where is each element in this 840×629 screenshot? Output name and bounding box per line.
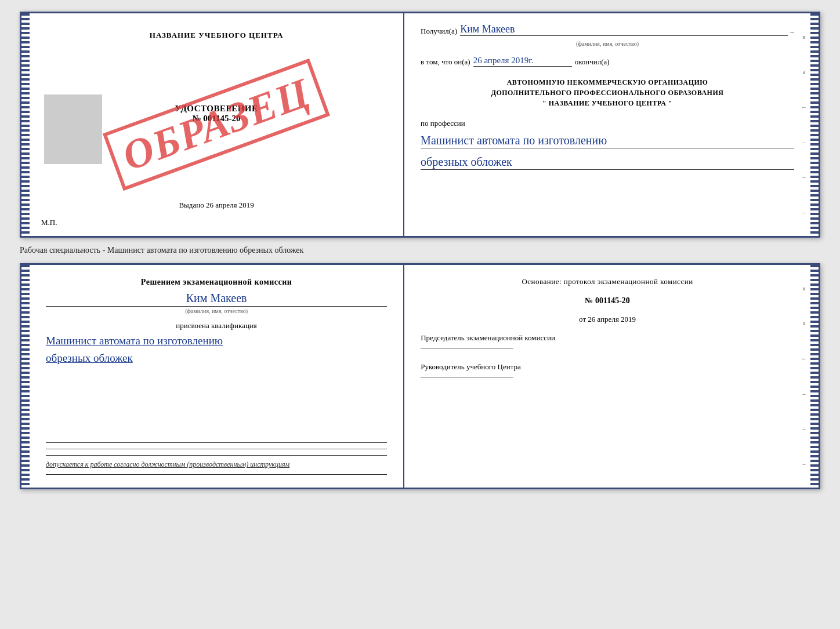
- cert-mp: М.П.: [41, 218, 57, 227]
- bl-qualification2: обрезных обложек: [46, 351, 387, 366]
- line1: [46, 442, 387, 443]
- cert-right-panel: Получил(а) Ким Макеев – (фамилия, имя, о…: [404, 13, 810, 236]
- top-certificate: НАЗВАНИЕ УЧЕБНОГО ЦЕНТРА УДОСТОВЕРЕНИЕ №…: [20, 12, 820, 238]
- profession-value1: Машинист автомата по изготовлению: [421, 133, 794, 148]
- vudano-date: 26 апреля 2019: [206, 201, 254, 209]
- cert-udostoverenie-label: УДОСТОВЕРЕНИЕ: [175, 104, 258, 114]
- rukovoditel-sig-line: [421, 377, 513, 377]
- br-edge-6: –: [803, 461, 806, 467]
- line3: [46, 455, 387, 456]
- okoncil-label: окончил(а): [575, 57, 610, 67]
- bottom-left-border: [21, 265, 30, 488]
- bottom-right-border-pattern: [810, 265, 819, 488]
- br-number: № 001145-20: [421, 296, 794, 306]
- bottom-certificate: Решением экзаменационной комиссии Ким Ма…: [20, 263, 820, 489]
- bl-small-lines: допускается к работе согласно должностны…: [46, 441, 387, 476]
- edge-char-2: а: [803, 68, 805, 75]
- edge-char-3: ←: [801, 104, 807, 110]
- org-line2: ДОПОЛНИТЕЛЬНОГО ПРОФЕССИОНАЛЬНОГО ОБРАЗО…: [421, 88, 794, 98]
- cert-left-panel: НАЗВАНИЕ УЧЕБНОГО ЦЕНТРА УДОСТОВЕРЕНИЕ №…: [30, 13, 404, 236]
- predsedatel-sig-line: [421, 348, 513, 348]
- ot-date: 26 апреля 2019: [588, 315, 636, 323]
- vtom-label: в том, что он(а): [421, 57, 470, 67]
- left-border-pattern: [21, 13, 30, 236]
- bottom-left-panel: Решением экзаменационной комиссии Ким Ма…: [30, 265, 404, 488]
- org-line3: " НАЗВАНИЕ УЧЕБНОГО ЦЕНТРА ": [421, 98, 794, 108]
- edge-char-6: –: [803, 209, 806, 216]
- bl-name-sub: (фамилия, имя, отчество): [46, 306, 387, 314]
- ot-label: от: [579, 315, 586, 323]
- photo-placeholder: [44, 94, 102, 164]
- bottom-right-edge: и а ← – – –: [798, 265, 810, 488]
- cert-vudano: Выдано 26 апреля 2019: [179, 201, 254, 210]
- br-edge-4: –: [803, 391, 806, 397]
- poluchil-sub: (фамилия, имя, отчество): [421, 41, 794, 47]
- rukovoditel-block: Руководитель учебного Центра: [421, 362, 794, 382]
- bl-qualification1: Машинист автомата по изготовлению: [46, 334, 387, 348]
- edge-char-1: и: [802, 34, 805, 40]
- vtom-row: в том, что он(а) 26 апреля 2019г. окончи…: [421, 56, 794, 67]
- bl-dopusk: допускается к работе согласно должностны…: [46, 460, 387, 470]
- br-edge-3: ←: [801, 355, 807, 362]
- poluchil-value: Ким Макеев: [460, 24, 787, 36]
- br-edge-5: –: [803, 426, 806, 432]
- document-container: НАЗВАНИЕ УЧЕБНОГО ЦЕНТРА УДОСТОВЕРЕНИЕ №…: [20, 12, 820, 489]
- org-block: АВТОНОМНУЮ НЕКОММЕРЧЕСКУЮ ОРГАНИЗАЦИЮ ДО…: [421, 77, 794, 108]
- edge-char-5: –: [803, 174, 806, 180]
- right-border-pattern: [810, 13, 819, 236]
- profession-value2: обрезных обложек: [421, 154, 794, 170]
- org-line1: АВТОНОМНУЮ НЕКОММЕРЧЕСКУЮ ОРГАНИЗАЦИЮ: [421, 77, 794, 88]
- bl-prisvoena: присвоена квалификация: [46, 321, 387, 330]
- po-professii-label: по профессии: [421, 119, 794, 128]
- cert-number: № 001145-20: [193, 114, 241, 123]
- bl-name: Ким Макеев: [46, 292, 387, 305]
- cert-school-title: НАЗВАНИЕ УЧЕБНОГО ЦЕНТРА: [150, 31, 284, 40]
- dash1: –: [791, 27, 795, 36]
- right-edge: и а ← – – –: [798, 13, 810, 236]
- rukovoditel-label: Руководитель учебного Центра: [421, 362, 794, 372]
- vudano-label: Выдано: [179, 201, 204, 209]
- br-date: от 26 апреля 2019: [421, 315, 794, 324]
- line4: [46, 474, 387, 475]
- predsedatel-label: Председатель экзаменационной комиссии: [421, 333, 794, 343]
- predsedatel-block: Председатель экзаменационной комиссии: [421, 333, 794, 353]
- middle-specialty-text: Рабочая специальность - Машинист автомат…: [20, 243, 820, 257]
- br-edge-1: и: [802, 285, 805, 292]
- bottom-right-panel: Основание: протокол экзаменационной коми…: [404, 265, 810, 488]
- bl-title: Решением экзаменационной комиссии: [46, 277, 387, 288]
- br-edge-2: а: [803, 320, 805, 326]
- edge-char-4: –: [803, 139, 806, 146]
- br-basis: Основание: протокол экзаменационной коми…: [421, 277, 794, 287]
- poluchil-row: Получил(а) Ким Макеев –: [421, 24, 794, 36]
- obrazec-stamp: ОБРАЗЕЦ: [103, 59, 330, 191]
- vtom-date: 26 апреля 2019г.: [473, 56, 572, 67]
- poluchil-label: Получил(а): [421, 27, 457, 36]
- line2: [46, 449, 387, 449]
